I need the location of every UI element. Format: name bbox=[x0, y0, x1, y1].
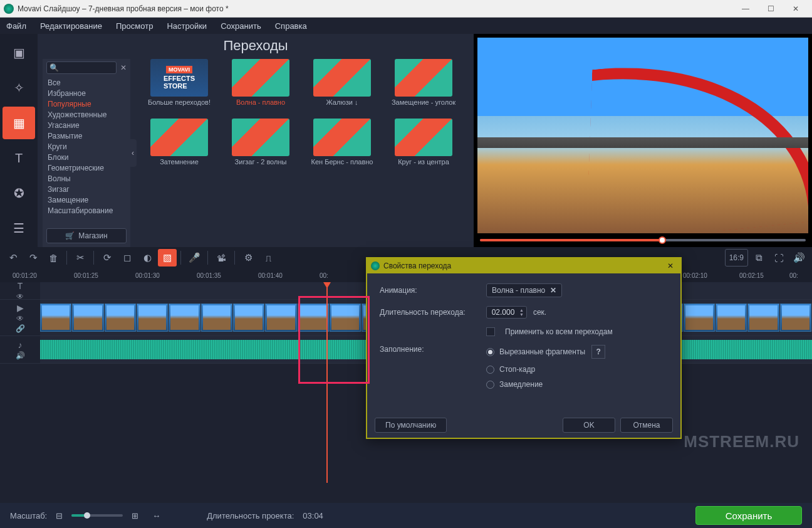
category-item[interactable]: Размытие bbox=[48, 131, 125, 142]
category-item[interactable]: Волны bbox=[48, 174, 125, 184]
clear-animation-icon[interactable]: ✕ bbox=[550, 286, 556, 295]
zoom-in-icon[interactable]: ⊞ bbox=[132, 511, 138, 520]
category-item[interactable]: Угасание bbox=[48, 120, 125, 131]
transition-item[interactable]: Зигзаг - 2 волны bbox=[224, 119, 297, 174]
clip-props-icon[interactable]: 📽 bbox=[212, 249, 231, 267]
dialog-close-icon[interactable]: ✕ bbox=[664, 261, 677, 270]
watermark: MSTREEM.RU bbox=[684, 432, 799, 451]
undo-icon[interactable]: ↶ bbox=[4, 249, 23, 267]
apply-all-checkbox[interactable] bbox=[486, 327, 495, 336]
video-clip[interactable] bbox=[233, 304, 264, 332]
radio-freeze[interactable] bbox=[486, 366, 494, 374]
video-clip[interactable] bbox=[298, 304, 329, 332]
equalizer-icon[interactable]: ⎍ bbox=[259, 249, 278, 267]
category-item[interactable]: Художественные bbox=[48, 110, 125, 120]
duration-stepper[interactable]: ▲▼ bbox=[486, 306, 527, 319]
transition-label: Кен Бернс - плавно bbox=[311, 158, 373, 174]
delete-icon[interactable]: 🗑 bbox=[44, 249, 63, 267]
settings-icon[interactable]: ⚙ bbox=[239, 249, 258, 267]
duration-input[interactable] bbox=[489, 308, 517, 317]
menu-Сохранить[interactable]: Сохранить bbox=[221, 21, 261, 31]
category-item[interactable]: Все bbox=[48, 78, 125, 88]
transition-item[interactable]: Затемнение bbox=[143, 119, 216, 174]
transition-item[interactable]: Замещение - уголок bbox=[387, 59, 460, 115]
search-input[interactable]: 🔍 bbox=[46, 61, 117, 74]
video-clip[interactable] bbox=[137, 304, 168, 332]
video-clip[interactable] bbox=[265, 304, 296, 332]
duration-value: 03:04 bbox=[303, 511, 323, 520]
minimize-button[interactable]: — bbox=[733, 1, 758, 17]
video-clip[interactable] bbox=[716, 304, 747, 332]
color-icon[interactable]: ◐ bbox=[138, 249, 157, 267]
category-item[interactable]: Масштабирование bbox=[48, 206, 125, 216]
volume-icon[interactable]: 🔊 bbox=[789, 249, 808, 267]
help-icon[interactable]: ? bbox=[591, 345, 605, 359]
crop-icon[interactable]: ◻ bbox=[118, 249, 137, 267]
ok-button[interactable]: OK bbox=[563, 418, 615, 433]
preview-scrubber[interactable] bbox=[474, 233, 812, 247]
transition-label: Волна - плавно bbox=[236, 98, 285, 115]
clear-search-icon[interactable]: ✕ bbox=[120, 63, 127, 72]
redo-icon[interactable]: ↷ bbox=[24, 249, 43, 267]
close-button[interactable]: ✕ bbox=[783, 1, 808, 17]
category-item[interactable]: Блоки bbox=[48, 152, 125, 163]
category-item[interactable]: Круги bbox=[48, 142, 125, 152]
radio-trimmed[interactable] bbox=[486, 348, 494, 356]
zoom-slider[interactable] bbox=[71, 514, 123, 517]
duration-unit: сек. bbox=[533, 308, 546, 317]
transition-item[interactable]: MOVAVIEFFECTSSTOREБольше переходов! bbox=[143, 59, 216, 115]
video-clip[interactable] bbox=[105, 304, 136, 332]
fit-icon[interactable]: ↔ bbox=[152, 511, 160, 520]
rotate-icon[interactable]: ⟳ bbox=[98, 249, 117, 267]
transition-wizard-icon[interactable]: ▧ bbox=[158, 249, 177, 267]
cut-icon[interactable]: ✂ bbox=[71, 249, 90, 267]
transition-item[interactable]: Кен Бернс - плавно bbox=[306, 119, 378, 174]
category-item[interactable]: Замещение bbox=[48, 195, 125, 206]
menu-Редактирование[interactable]: Редактирование bbox=[40, 21, 102, 31]
video-clip[interactable] bbox=[684, 304, 715, 332]
shop-button[interactable]: 🛒 Магазин bbox=[46, 228, 127, 243]
aspect-button[interactable]: 16:9 bbox=[725, 249, 748, 267]
text-icon[interactable]: T bbox=[3, 142, 35, 174]
maximize-button[interactable]: ☐ bbox=[758, 1, 783, 17]
animation-chip[interactable]: Волна - плавно✕ bbox=[486, 283, 562, 297]
category-list: ВсеИзбранноеПопулярныеХудожественныеУгас… bbox=[43, 77, 130, 224]
mic-icon[interactable]: 🎤 bbox=[185, 249, 204, 267]
media-icon[interactable]: ▣ bbox=[3, 36, 35, 69]
video-clip[interactable] bbox=[330, 304, 361, 332]
collapse-icon[interactable]: ‹ bbox=[129, 139, 137, 167]
transitions-icon[interactable]: ▦ bbox=[3, 107, 35, 139]
preview-viewport[interactable] bbox=[477, 38, 808, 233]
stickers-icon[interactable]: ✪ bbox=[3, 177, 35, 209]
menu-Просмотр[interactable]: Просмотр bbox=[116, 21, 153, 31]
popout-icon[interactable]: ⧉ bbox=[749, 249, 768, 267]
video-clip[interactable] bbox=[201, 304, 232, 332]
fullscreen-icon[interactable]: ⛶ bbox=[769, 249, 788, 267]
zoom-out-icon[interactable]: ⊟ bbox=[56, 511, 63, 520]
dialog-titlebar[interactable]: Свойства перехода ✕ bbox=[367, 258, 680, 273]
more-icon[interactable]: ☰ bbox=[3, 212, 35, 245]
playhead[interactable] bbox=[326, 282, 328, 483]
video-clip[interactable] bbox=[72, 304, 103, 332]
cancel-button[interactable]: Отмена bbox=[620, 418, 673, 433]
category-item[interactable]: Избранное bbox=[48, 88, 125, 99]
transition-item[interactable]: Круг - из центра bbox=[387, 119, 460, 174]
video-clip[interactable] bbox=[40, 304, 71, 332]
video-clip[interactable] bbox=[780, 304, 811, 332]
transition-item[interactable]: Жалюзи ↓ bbox=[306, 59, 378, 115]
effects-icon[interactable]: ✧ bbox=[3, 71, 35, 104]
menu-Настройки[interactable]: Настройки bbox=[167, 21, 207, 31]
video-clip[interactable] bbox=[169, 304, 200, 332]
audio-track-icon: ♪ bbox=[18, 340, 23, 350]
menu-Файл[interactable]: Файл bbox=[6, 21, 26, 31]
radio-slow[interactable] bbox=[486, 381, 494, 389]
menu-Справка[interactable]: Справка bbox=[275, 21, 307, 31]
transition-item[interactable]: Волна - плавно bbox=[224, 59, 297, 115]
category-item[interactable]: Геометрические bbox=[48, 163, 125, 174]
category-item[interactable]: Популярные bbox=[48, 99, 125, 110]
fill-label: Заполнение: bbox=[380, 345, 480, 354]
save-button[interactable]: Сохранить bbox=[695, 506, 802, 525]
defaults-button[interactable]: По умолчанию bbox=[375, 418, 447, 433]
category-item[interactable]: Зигзаг bbox=[48, 184, 125, 195]
video-clip[interactable] bbox=[747, 304, 779, 332]
